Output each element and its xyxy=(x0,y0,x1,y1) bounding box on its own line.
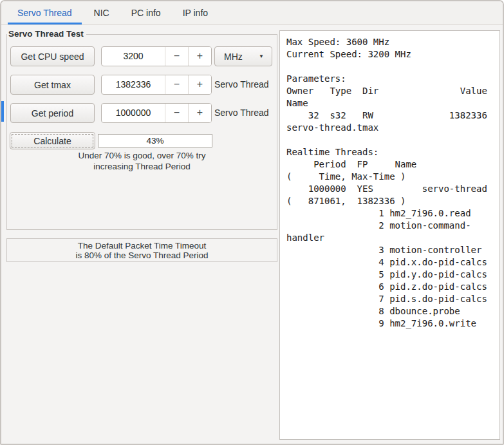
tmax-thread-label: Servo Thread xyxy=(214,75,276,95)
tab-pc-info[interactable]: PC info xyxy=(122,1,171,24)
unit-dropdown[interactable]: MHz ▼ xyxy=(214,46,272,66)
load-percentage-field[interactable]: 43% xyxy=(98,134,212,147)
tab-ip-info-label: IP info xyxy=(183,8,208,18)
tmax-decrement-button[interactable]: − xyxy=(165,75,188,94)
period-increment-button[interactable]: + xyxy=(188,104,211,122)
period-decrement-button[interactable]: − xyxy=(165,104,188,122)
timeout-note-box: The Default Packet Time Timeout is 80% o… xyxy=(6,238,277,262)
tab-pc-info-label: PC info xyxy=(131,8,161,18)
calculate-button[interactable]: Calculate xyxy=(10,132,95,149)
tab-ip-info[interactable]: IP info xyxy=(173,1,218,24)
hal-output-text: Max Speed: 3600 MHz Current Speed: 3200 … xyxy=(286,36,499,330)
hint-line-1: Under 70% is good, over 70% try xyxy=(7,150,277,161)
cpu-speed-value[interactable]: 3200 xyxy=(102,47,165,66)
note-line-1: The Default Packet Time Timeout xyxy=(7,241,277,251)
tmax-value[interactable]: 1382336 xyxy=(102,75,165,94)
output-panel: Max Speed: 3600 MHz Current Speed: 3200 … xyxy=(279,30,500,440)
unit-dropdown-value: MHz xyxy=(224,52,243,62)
cpu-speed-spinbox: 3200 − + xyxy=(101,46,212,66)
tab-nic-label: NIC xyxy=(94,8,109,18)
period-thread-label: Servo Thread xyxy=(214,103,276,123)
cpu-speed-decrement-button[interactable]: − xyxy=(165,47,188,66)
period-value[interactable]: 1000000 xyxy=(102,104,165,122)
get-cpu-speed-button[interactable]: Get CPU speed xyxy=(10,46,95,66)
servo-thread-test-frame: Servo Thread Test Get CPU speed 3200 − +… xyxy=(6,34,277,230)
chevron-down-icon: ▼ xyxy=(259,53,264,59)
tmax-spinbox: 1382336 − + xyxy=(101,75,212,95)
left-accent-bar xyxy=(1,101,4,122)
tab-nic[interactable]: NIC xyxy=(84,1,119,24)
cpu-speed-increment-button[interactable]: + xyxy=(188,47,211,66)
hint-line-2: increasing Thread Period xyxy=(7,161,277,172)
tab-bar: Servo Thread NIC PC info IP info xyxy=(1,1,503,25)
app-window: Servo Thread NIC PC info IP info Servo T… xyxy=(0,0,504,445)
tab-servo-thread-label: Servo Thread xyxy=(17,8,72,18)
hint-text: Under 70% is good, over 70% try increasi… xyxy=(7,150,277,172)
get-tmax-button[interactable]: Get tmax xyxy=(10,75,95,95)
period-spinbox: 1000000 − + xyxy=(101,103,212,123)
get-period-button[interactable]: Get period xyxy=(10,103,95,123)
note-line-2: is 80% of the Servo Thread Period xyxy=(7,251,277,260)
tmax-increment-button[interactable]: + xyxy=(188,75,211,94)
tab-servo-thread[interactable]: Servo Thread xyxy=(8,1,82,24)
frame-title: Servo Thread Test xyxy=(7,29,86,39)
